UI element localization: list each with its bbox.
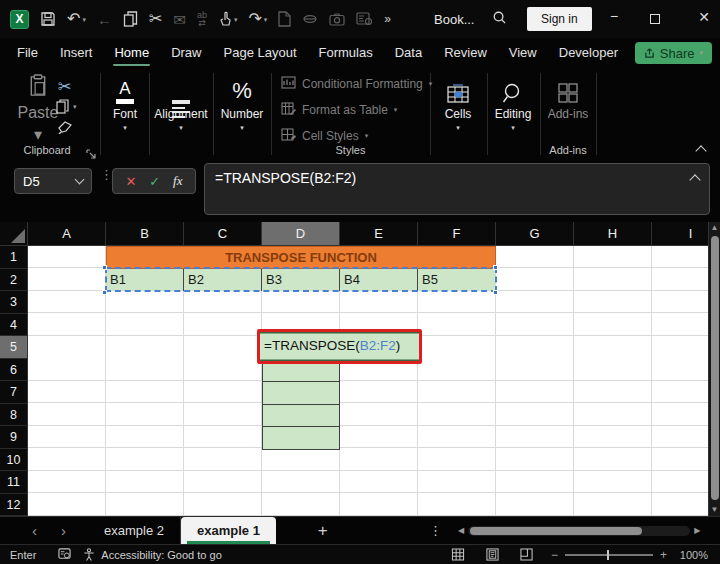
tab-home[interactable]: Home [103, 38, 160, 68]
horizontal-scrollbar-thumb[interactable] [470, 527, 642, 535]
data-cell-b3[interactable]: B3 [262, 269, 340, 292]
tab-data[interactable]: Data [384, 38, 433, 68]
more-commands-icon[interactable]: » [384, 13, 391, 25]
row-header-8[interactable]: 8 [0, 404, 28, 427]
tab-view[interactable]: View [498, 38, 548, 68]
column-header-c[interactable]: C [184, 222, 262, 246]
spill-cell-d9[interactable] [262, 426, 340, 450]
row-header-2[interactable]: 2 [0, 269, 28, 292]
share-button[interactable]: Share ▾ [635, 42, 712, 64]
scroll-right-icon[interactable]: ▶ [694, 526, 700, 535]
sheet-tab-example-1[interactable]: example 1 [181, 517, 276, 545]
column-header-e[interactable]: E [340, 222, 418, 246]
maximize-icon[interactable] [650, 14, 660, 24]
column-header-a[interactable]: A [28, 222, 106, 246]
new-sheet-icon[interactable]: + [318, 521, 328, 541]
row-header-5[interactable]: 5 [0, 336, 28, 359]
tab-insert[interactable]: Insert [49, 38, 104, 68]
font-group-button[interactable]: A Font ▾ [95, 74, 155, 132]
row-header-3[interactable]: 3 [0, 291, 28, 314]
replace-icon[interactable]: ab⇄ [197, 11, 207, 27]
insert-function-icon[interactable]: fx [173, 173, 182, 189]
column-header-h[interactable]: H [574, 222, 652, 246]
collapse-formula-bar-icon[interactable] [689, 174, 700, 185]
data-cell-b4[interactable]: B4 [340, 269, 418, 292]
undo-icon[interactable]: ↶▾ [67, 11, 86, 27]
select-all-corner[interactable] [0, 222, 28, 246]
tab-page-layout[interactable]: Page Layout [213, 38, 308, 68]
tab-formulas[interactable]: Formulas [308, 38, 384, 68]
cut-button[interactable]: ✂ [58, 77, 71, 96]
tab-file[interactable]: File [6, 38, 49, 68]
spill-cell-d7[interactable] [262, 381, 340, 405]
column-header-d[interactable]: D [262, 222, 340, 246]
copy-button[interactable]: ▾ [56, 99, 77, 114]
tab-review[interactable]: Review [433, 38, 498, 68]
cell-area[interactable]: TRANSPOSE FUNCTION B1B2B3B4B5 =TRANSPOSE… [28, 246, 708, 516]
row-header-6[interactable]: 6 [0, 359, 28, 382]
page-break-preview-icon[interactable] [520, 548, 533, 561]
range-handle[interactable] [102, 290, 107, 295]
row-header-11[interactable]: 11 [0, 471, 28, 494]
number-group-button[interactable]: % Number ▾ [212, 74, 272, 132]
column-header-i[interactable]: I [652, 222, 708, 246]
range-handle[interactable] [493, 265, 498, 270]
cancel-icon[interactable]: ✕ [125, 174, 136, 189]
scroll-down-icon[interactable]: ▼ [709, 504, 720, 516]
source-range[interactable]: B1B2B3B4B5 [106, 269, 496, 292]
tab-draw[interactable]: Draw [160, 38, 212, 68]
zoom-slider[interactable] [565, 554, 653, 556]
accessibility-icon[interactable] [83, 548, 95, 561]
row-header-10[interactable]: 10 [0, 449, 28, 472]
scroll-up-icon[interactable]: ▲ [709, 222, 720, 234]
active-cell-formula[interactable]: =TRANSPOSE(B2:F2) [260, 332, 419, 360]
touch-icon[interactable]: ▾ [218, 11, 238, 27]
tab-developer[interactable]: Developer [548, 38, 629, 68]
new-doc-icon[interactable] [278, 11, 291, 27]
add-ins-button[interactable]: Add-ins [538, 74, 598, 121]
range-handle[interactable] [493, 290, 498, 295]
horizontal-scrollbar[interactable]: ◀ ▶ [458, 523, 708, 539]
data-cell-b5[interactable]: B5 [418, 269, 496, 292]
spill-cell-d8[interactable] [262, 404, 340, 428]
paste-button[interactable]: Paste ▾ [16, 74, 60, 144]
data-cell-b2[interactable]: B2 [184, 269, 262, 292]
zoom-out-icon[interactable]: − [551, 548, 558, 562]
page-layout-view-icon[interactable] [486, 548, 499, 561]
row-header-7[interactable]: 7 [0, 381, 28, 404]
formula-bar-input[interactable]: =TRANSPOSE(B2:F2) [204, 163, 710, 215]
search-icon[interactable] [492, 10, 507, 29]
accessibility-status[interactable]: Accessibility: Good to go [101, 549, 221, 561]
zoom-in-icon[interactable]: + [660, 548, 667, 562]
column-header-b[interactable]: B [106, 222, 184, 246]
save-icon[interactable] [40, 11, 56, 27]
alignment-group-button[interactable]: Alignment ▾ [151, 74, 211, 132]
vertical-scrollbar[interactable]: ▲ ▼ [708, 222, 720, 516]
attach-icon[interactable] [302, 13, 318, 25]
column-header-f[interactable]: F [418, 222, 496, 246]
minimize-icon[interactable]: − [604, 8, 624, 24]
row-header-12[interactable]: 12 [0, 494, 28, 517]
close-icon[interactable]: ✕ [694, 9, 714, 25]
cell-styles-button[interactable]: Cell Styles▾ [281, 128, 368, 144]
enter-icon[interactable]: ✓ [149, 174, 160, 189]
sign-in-button[interactable]: Sign in [527, 7, 592, 31]
row-header-4[interactable]: 4 [0, 314, 28, 337]
data-cell-b1[interactable]: B1 [106, 269, 184, 292]
horizontal-scrollbar-track[interactable] [468, 526, 690, 536]
read-aloud-icon[interactable] [356, 12, 373, 26]
column-header-g[interactable]: G [496, 222, 574, 246]
sheet-prev-icon[interactable]: ‹ [32, 522, 37, 539]
cut-icon[interactable]: ✂ [149, 11, 162, 27]
copy-icon[interactable] [123, 11, 138, 27]
row-header-9[interactable]: 9 [0, 426, 28, 449]
format-painter-button[interactable] [58, 120, 72, 134]
scroll-left-icon[interactable]: ◀ [458, 526, 464, 535]
editing-group-button[interactable]: Editing ▾ [483, 74, 543, 132]
sheet-options-icon[interactable]: ⋮ [429, 523, 442, 538]
redo-icon[interactable]: ↷▾ [248, 11, 267, 27]
range-handle[interactable] [102, 265, 107, 270]
zoom-slider-thumb[interactable] [607, 550, 610, 560]
back-icon[interactable]: ← [97, 12, 112, 27]
conditional-formatting-button[interactable]: Conditional Formatting▾ [281, 76, 432, 92]
